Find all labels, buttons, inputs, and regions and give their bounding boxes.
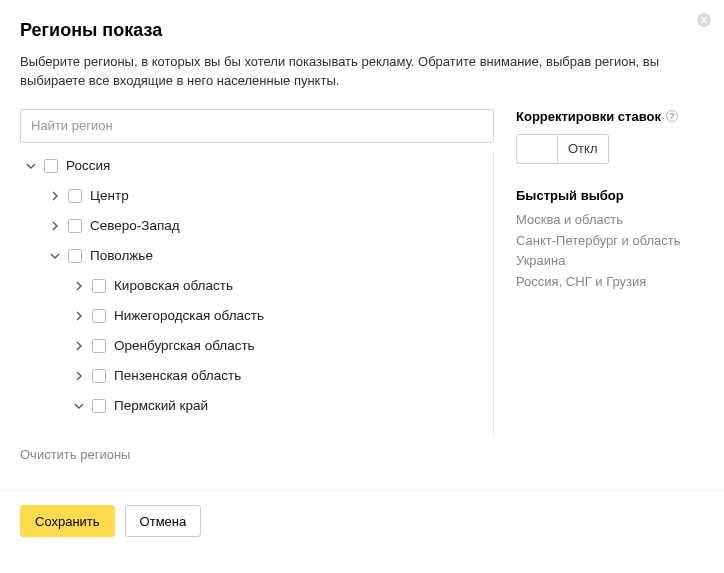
checkbox[interactable] (92, 279, 106, 293)
tree-node-label: Северо-Запад (90, 218, 180, 233)
checkbox[interactable] (92, 309, 106, 323)
chevron-right-icon[interactable] (72, 309, 86, 323)
quick-link[interactable]: Москва и область (516, 211, 696, 230)
tree-node[interactable]: Кировская область (20, 271, 491, 301)
chevron-right-icon[interactable] (48, 219, 62, 233)
tree-node-label: Оренбургская область (114, 338, 255, 353)
checkbox[interactable] (92, 399, 106, 413)
tree-node[interactable]: Пермский край (20, 391, 491, 421)
bid-percent-input[interactable] (516, 134, 558, 164)
tree-node-label: Пермский край (114, 398, 208, 413)
checkbox[interactable] (68, 249, 82, 263)
help-icon[interactable]: ? (666, 110, 678, 122)
cancel-button[interactable]: Отмена (125, 505, 202, 537)
tree-node[interactable]: Северо-Запад (20, 211, 491, 241)
save-button[interactable]: Сохранить (20, 505, 115, 537)
chevron-right-icon[interactable] (72, 279, 86, 293)
tree-node-label: Кировская область (114, 278, 233, 293)
tree-node[interactable]: Центр (20, 181, 491, 211)
quick-link[interactable]: Россия, СНГ и Грузия (516, 273, 696, 292)
clear-regions-link[interactable]: Очистить регионы (20, 447, 130, 462)
tree-node[interactable]: Нижегородская область (20, 301, 491, 331)
search-input[interactable] (20, 109, 494, 143)
quick-link[interactable]: Санкт-Петербург и область (516, 232, 696, 251)
bid-toggle-button[interactable]: Откл (558, 134, 609, 164)
tree-node-label: Пензенская область (114, 368, 241, 383)
checkbox[interactable] (44, 159, 58, 173)
quick-link[interactable]: Украина (516, 252, 696, 271)
tree-node[interactable]: Пензенская область (20, 361, 491, 391)
quick-select-title: Быстрый выбор (516, 188, 696, 203)
close-icon[interactable] (692, 8, 716, 32)
region-tree[interactable]: Россия Центр Северо-Запад (20, 151, 494, 435)
chevron-down-icon[interactable] (72, 399, 86, 413)
tree-node-label: Россия (66, 158, 110, 173)
chevron-down-icon[interactable] (48, 249, 62, 263)
chevron-right-icon[interactable] (72, 339, 86, 353)
chevron-right-icon[interactable] (48, 189, 62, 203)
tree-node-label: Нижегородская область (114, 308, 264, 323)
tree-node[interactable]: Оренбургская область (20, 331, 491, 361)
page-description: Выберите регионы, в которых вы бы хотели… (20, 53, 696, 91)
tree-node-label: Центр (90, 188, 129, 203)
bids-title: Корректировки ставок ? (516, 109, 696, 124)
checkbox[interactable] (68, 189, 82, 203)
tree-node-label: Поволжье (90, 248, 153, 263)
chevron-down-icon[interactable] (24, 159, 38, 173)
tree-node[interactable]: Поволжье (20, 241, 491, 271)
chevron-right-icon[interactable] (72, 369, 86, 383)
checkbox[interactable] (92, 369, 106, 383)
tree-node[interactable]: Россия (20, 151, 491, 181)
checkbox[interactable] (92, 339, 106, 353)
checkbox[interactable] (68, 219, 82, 233)
page-title: Регионы показа (20, 20, 696, 41)
